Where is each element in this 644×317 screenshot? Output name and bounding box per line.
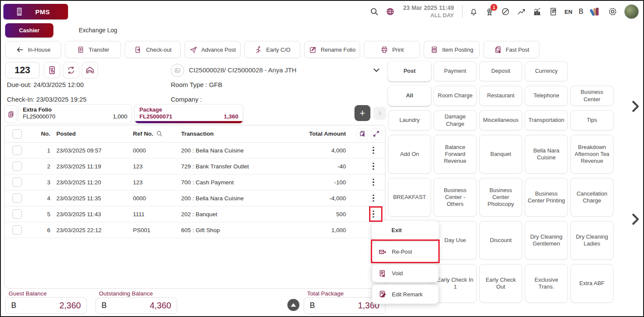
block-icon[interactable] [501,7,510,16]
charge-discount-button[interactable]: Discount [479,221,522,260]
filter-tips-button[interactable]: Tips [570,110,613,131]
folio-tab-extra[interactable]: Extra Folio FL25000070 1,000 [18,104,132,124]
settings-gear-icon[interactable] [607,6,618,17]
filter-miscellaneous-button[interactable]: Miscellaneous [479,110,522,131]
context-menu-exit[interactable]: Exit [372,221,439,239]
language-selector[interactable]: EN [564,9,572,15]
early-co-label: Early C/O [266,47,290,53]
theme-palette-icon[interactable] [590,6,601,17]
refresh-button[interactable] [63,62,79,78]
chevron-down-icon[interactable] [372,65,381,75]
user-avatar[interactable] [624,4,639,19]
approval-icon[interactable]: 1 [485,7,494,16]
context-menu-edit-remark[interactable]: Edit Remark [372,284,439,304]
charge-add-on-button[interactable]: Add On [388,135,431,174]
row-actions-kebab-active[interactable] [370,208,377,220]
filter-business-center-button[interactable]: Business Center [570,86,613,106]
table-row: 3 23/03/2025 11:20 123 700 : Cash Paymen… [5,174,385,190]
context-menu-repost[interactable]: Re-Post [372,241,439,262]
ref-search-icon[interactable] [156,130,163,137]
charge-dry-cleaning-ladies-button[interactable]: Dry Cleaning Ladies [570,221,613,260]
add-folio-button[interactable]: + [354,105,370,121]
charge-bc-photocopy-button[interactable]: Business Center Photocopy [479,178,522,217]
panel-scroll-right-top-icon[interactable] [628,99,643,114]
charge-bc-printing-button[interactable]: Business Center Printing [525,178,568,217]
row-actions-kebab[interactable] [370,145,377,156]
charge-balance-forward-button[interactable]: Balance Forward Revenue [434,135,477,174]
room-button[interactable] [82,62,98,78]
charge-banquet-button[interactable]: Banquet [479,135,522,174]
filter-telephone-button[interactable]: Telephone [525,86,568,106]
folio-scroll-right-button[interactable] [373,107,386,120]
tab-cashier[interactable]: Cashier [5,23,53,37]
charge-cancellation-button[interactable]: Cancellation Charge [570,178,613,217]
charge-bc-others-button[interactable]: Business Center - Others [434,178,477,217]
row-checkbox[interactable] [12,146,22,155]
row-checkbox[interactable] [12,209,22,219]
globe-icon[interactable] [385,7,395,16]
filter-all-button[interactable]: All [388,86,431,106]
row-no: 6 [30,227,56,233]
filter-restaurant-button[interactable]: Restaurant [479,86,522,106]
rename-folio-button[interactable]: Rename Folio [304,41,360,58]
datetime-display[interactable]: 23 Mar 2025 11:49 ALL DAY [403,4,454,19]
charge-breakdown-tea-button[interactable]: Breakdown Afternoon Tea Revenue [570,135,613,174]
bar-chart-icon[interactable] [533,7,542,16]
charge-early-check-out-button[interactable]: Early Check Out [479,264,522,303]
currency-mode-button[interactable]: Currency [525,61,568,81]
line-chart-icon[interactable] [517,7,526,16]
in-house-button[interactable]: In-House [5,41,61,58]
table-row: 2 23/03/2025 11:19 123 729 : Bank Transf… [5,158,385,174]
row-actions-kebab[interactable] [370,193,377,204]
post-mode-button[interactable]: Post [388,61,431,81]
guest-photo-placeholder[interactable] [171,64,184,77]
deposit-mode-button[interactable]: Deposit [479,61,522,81]
folio-list-button[interactable] [4,105,17,123]
currency-b-button[interactable]: B [579,8,583,16]
room-number[interactable]: 123 [5,62,40,78]
item-posting-button[interactable]: Item Posting [424,41,480,58]
copy-search-icon[interactable] [357,128,368,140]
report-icon[interactable] [548,7,558,16]
printer-icon [380,46,388,54]
charge-dry-cleaning-gentlemen-button[interactable]: Dry Cleaning Gentlemen [525,221,568,260]
due-out-text: Due-out: 24/03/2025 12:00 [7,81,83,88]
filter-transportation-button[interactable]: Transportation [525,110,568,131]
row-checkbox[interactable] [12,177,22,187]
row-actions-kebab[interactable] [370,161,377,172]
tab-exchange-log[interactable]: Exchange Log [79,27,117,34]
charge-extra-abf-button[interactable]: Extra ABF [570,264,613,303]
registration-card-button[interactable] [44,62,60,78]
row-checkbox[interactable] [12,162,22,171]
folio-tab-package[interactable]: Package FL25000071 1,360 [135,104,243,124]
fast-post-button[interactable]: Fast Post [484,41,539,58]
panel-scroll-right-bottom-icon[interactable] [628,212,643,227]
payment-mode-button[interactable]: Payment [434,61,477,81]
transfer-button[interactable]: Transfer [65,41,121,58]
row-checkbox[interactable] [12,193,22,203]
filter-damage-charge-button[interactable]: Damage Charge [434,110,477,131]
check-out-button[interactable]: Check-out [125,41,181,58]
early-co-button[interactable]: Early C/O [244,41,300,58]
charge-breakfast-button[interactable]: BREAKFAST [388,178,431,217]
expand-icon[interactable] [370,128,382,140]
select-all-checkbox[interactable] [12,129,22,139]
search-icon[interactable] [370,7,379,16]
edit-pencil-icon [309,46,317,54]
context-menu-void[interactable]: Void [372,264,439,283]
filter-laundry-button[interactable]: Laundry [388,110,431,131]
advance-post-button[interactable]: Advance Post [185,41,240,58]
charge-exclusive-trans-button[interactable]: Exclusive Trans. [525,264,568,303]
charge-day-use-button[interactable]: Day Use [434,221,477,260]
outstanding-balance-box: B 4,360 [96,297,177,314]
filter-room-charge-button[interactable]: Room Charge [434,86,477,106]
charge-early-check-in-button[interactable]: Early Check In 1 [434,264,477,303]
bell-icon[interactable] [469,7,478,16]
row-checkbox[interactable] [12,225,22,235]
collapse-panel-button[interactable] [287,299,299,311]
app-logo[interactable]: PMS [3,4,68,19]
row-actions-kebab[interactable] [370,177,377,188]
row-transaction: 605 : Gift Shop [181,227,291,233]
charge-bella-nara-button[interactable]: Bella Nara Cuisine [525,135,568,174]
print-button[interactable]: Print [364,41,420,58]
